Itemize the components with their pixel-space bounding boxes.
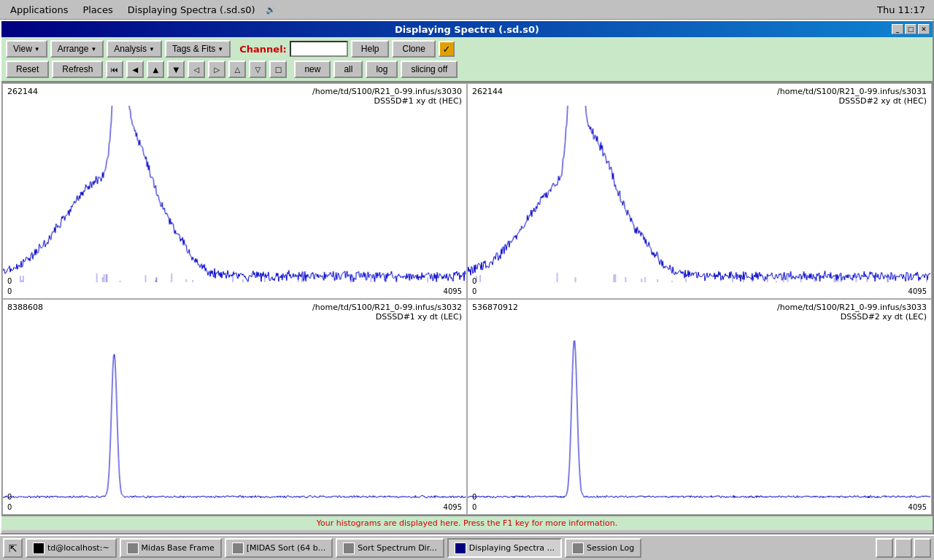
channel-input[interactable]: [290, 41, 348, 57]
titlebar: Displaying Spectra (.sd.s0) _ □ ✕: [1, 21, 933, 37]
reset-button[interactable]: Reset: [6, 61, 49, 78]
maximize-button[interactable]: □: [905, 24, 916, 34]
panel-br-count: 536870912: [472, 303, 518, 322]
help-button[interactable]: Help: [351, 40, 390, 58]
slicing-off-button[interactable]: slicing off: [401, 61, 458, 78]
clone-button[interactable]: Clone: [392, 40, 435, 58]
panel-br-xmax: 4095: [908, 503, 927, 511]
panel-tl-count: 262144: [7, 87, 38, 106]
arrange-menu-button[interactable]: Arrange ▼: [50, 40, 104, 58]
nav-zoom-in[interactable]: △: [228, 61, 246, 78]
terminal-icon: [33, 542, 45, 554]
panel-bl-xmin: 0: [7, 503, 12, 511]
channel-label: Channel:: [239, 44, 287, 55]
new-button[interactable]: new: [294, 61, 331, 78]
taskbar-midas-sort[interactable]: [MIDAS Sort (64 b...: [225, 538, 333, 558]
panel-br-ymin: 0: [472, 493, 476, 501]
taskbar-session-log[interactable]: Session Log: [565, 538, 641, 558]
panel-tl-xmax: 4095: [444, 287, 462, 295]
taskbar-displaying-spectra-label: Displaying Spectra ...: [469, 543, 555, 553]
nav-step-right[interactable]: ▷: [208, 61, 225, 78]
panel-tl-xmin: 0: [7, 287, 12, 295]
panel-bl-xmax: 4095: [444, 503, 462, 511]
view-menu-button[interactable]: View ▼: [6, 40, 47, 58]
log-button[interactable]: log: [366, 61, 398, 78]
toolbar-row1: View ▼ Arrange ▼ Analysis ▼ Tags & Fits …: [6, 40, 928, 58]
volume-icon[interactable]: 🔊: [266, 5, 276, 15]
view-arrow-icon: ▼: [34, 46, 40, 52]
panel-tr-header: 262144 /home/td/S100/R21_0-99.infus/s303…: [472, 87, 927, 106]
clock: Thu 11:17: [877, 4, 925, 15]
nav-step-back[interactable]: ◀: [126, 61, 144, 78]
panel-tr-title: /home/td/S100/R21_0-99.infus/s3031 DSSSD…: [777, 87, 927, 106]
minimize-button[interactable]: _: [892, 24, 903, 34]
titlebar-buttons: _ □ ✕: [892, 24, 930, 34]
panel-bl-count: 8388608: [7, 303, 43, 322]
panel-bl-ymin: 0: [7, 493, 12, 501]
taskbar-end-btn-1[interactable]: [876, 538, 893, 558]
spectrum-canvas-tl[interactable]: [3, 106, 466, 284]
panel-bl-header: 8388608 /home/td/S100/R21_0-99.infus/s30…: [7, 303, 462, 322]
panel-top-right[interactable]: 262144 /home/td/S100/R21_0-99.infus/s303…: [467, 83, 932, 299]
panel-tl-header: 262144 /home/td/S100/R21_0-99.infus/s303…: [7, 87, 462, 106]
arrange-arrow-icon: ▼: [90, 46, 96, 52]
close-button[interactable]: ✕: [918, 24, 930, 34]
analysis-arrow-icon: ▼: [149, 46, 155, 52]
panel-tl-ymin: 0: [7, 277, 12, 285]
menu-applications[interactable]: Applications: [3, 3, 75, 17]
panel-tr-ymin: 0: [472, 277, 476, 285]
taskbar-midas-base-label: Midas Base Frame: [142, 543, 215, 553]
nav-down-expand[interactable]: ▼: [167, 61, 185, 78]
taskbar-midas-base[interactable]: Midas Base Frame: [120, 538, 222, 558]
taskbar-terminal[interactable]: td@localhost:~: [26, 538, 117, 558]
menubar-items: Applications Places Displaying Spectra (…: [3, 3, 263, 17]
session-log-icon: [572, 542, 584, 554]
panel-tr-xmin: 0: [472, 287, 476, 295]
panel-bottom-left[interactable]: 8388608 /home/td/S100/R21_0-99.infus/s30…: [2, 299, 467, 515]
tags-arrow-icon: ▼: [217, 46, 223, 52]
panel-br-title: /home/td/S100/R21_0-99.infus/s3033 DSSSD…: [777, 303, 927, 322]
spectrum-canvas-br[interactable]: [468, 322, 931, 499]
refresh-button[interactable]: Refresh: [52, 61, 103, 78]
spectrum-canvas-tr[interactable]: [468, 106, 931, 284]
menu-places[interactable]: Places: [75, 3, 120, 17]
main-window: Displaying Spectra (.sd.s0) _ □ ✕ View ▼…: [0, 20, 934, 534]
midas-base-icon: [127, 542, 139, 554]
menubar: Applications Places Displaying Spectra (…: [0, 0, 934, 20]
panel-tr-count: 262144: [472, 87, 503, 106]
analysis-menu-button[interactable]: Analysis ▼: [107, 40, 162, 58]
panel-bl-title: /home/td/S100/R21_0-99.infus/s3032 DSSSD…: [312, 303, 462, 322]
panel-tr-xmax: 4095: [908, 287, 927, 295]
panel-br-xmin: 0: [472, 503, 476, 511]
panel-tl-title: /home/td/S100/R21_0-99.infus/s3030 DSSSD…: [312, 87, 462, 106]
spectrum-canvas-bl[interactable]: [3, 322, 466, 499]
menu-window-title: Displaying Spectra (.sd.s0): [120, 3, 263, 17]
taskbar-displaying-spectra[interactable]: Displaying Spectra ...: [447, 538, 562, 558]
nav-zoom-out[interactable]: ▽: [249, 61, 266, 78]
nav-step-left[interactable]: ◁: [188, 61, 205, 78]
window-title: Displaying Spectra (.sd.s0): [395, 24, 539, 35]
taskbar-sort-spectrum-label: Sort Spectrum Dir...: [358, 543, 436, 553]
displaying-spectra-icon: [455, 542, 466, 554]
nav-box[interactable]: □: [269, 61, 287, 78]
taskbar-session-log-label: Session Log: [587, 543, 634, 553]
panel-top-left[interactable]: 262144 /home/td/S100/R21_0-99.infus/s303…: [2, 83, 467, 299]
taskbar: ⇱ td@localhost:~ Midas Base Frame [MIDAS…: [0, 534, 934, 560]
resize-icon[interactable]: ⇱: [3, 538, 23, 558]
main-area: 262144 /home/td/S100/R21_0-99.infus/s303…: [1, 82, 933, 516]
checkbox-button[interactable]: ✓: [439, 41, 455, 57]
panel-bottom-right[interactable]: 536870912 /home/td/S100/R21_0-99.infus/s…: [467, 299, 932, 515]
taskbar-end-btn-3[interactable]: [914, 538, 931, 558]
taskbar-midas-sort-label: [MIDAS Sort (64 b...: [247, 543, 326, 553]
volume-area: 🔊: [263, 5, 279, 15]
taskbar-end-btn-2[interactable]: [895, 538, 912, 558]
taskbar-sort-spectrum[interactable]: Sort Spectrum Dir...: [336, 538, 444, 558]
sort-spectrum-icon: [343, 542, 355, 554]
tags-fits-menu-button[interactable]: Tags & Fits ▼: [165, 40, 231, 58]
nav-skip-back[interactable]: ⏮: [106, 61, 123, 78]
nav-up-expand[interactable]: ▲: [147, 61, 164, 78]
all-button[interactable]: all: [333, 61, 363, 78]
taskbar-terminal-label: td@localhost:~: [47, 543, 109, 553]
statusbar: Your histograms are displayed here. Pres…: [1, 516, 933, 530]
toolbar: View ▼ Arrange ▼ Analysis ▼ Tags & Fits …: [1, 37, 933, 82]
